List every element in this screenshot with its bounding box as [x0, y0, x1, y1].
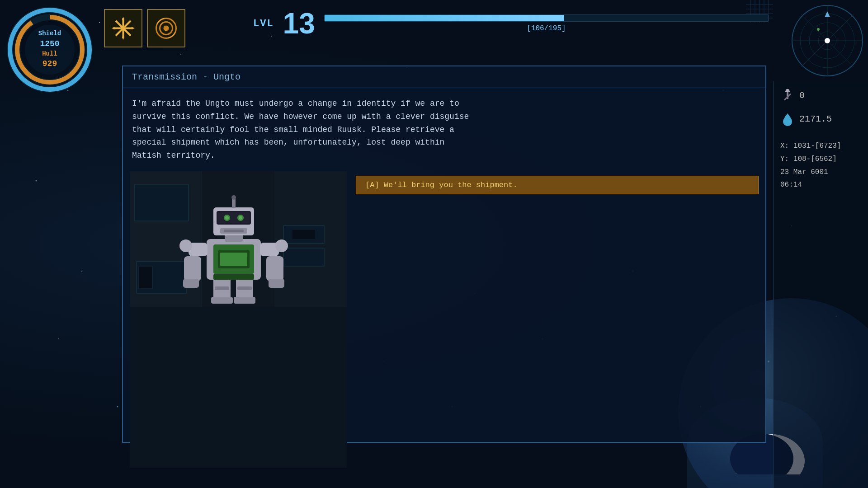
level-area: LVL 13 [106/195] [253, 9, 769, 38]
ability-icon-1[interactable] [104, 9, 142, 47]
svg-rect-88 [220, 253, 247, 266]
svg-point-92 [179, 239, 192, 252]
dialog-header: Transmission - Ungto [123, 66, 765, 88]
xp-bar-container: [106/195] [324, 14, 769, 33]
ore-value: 0 [799, 90, 805, 101]
ability-icon-2[interactable] [147, 9, 185, 47]
svg-rect-84 [234, 297, 255, 304]
ability-icons [104, 9, 185, 47]
svg-point-44 [164, 26, 169, 31]
date-display: 23 Mar 6001 [780, 166, 861, 179]
svg-point-107 [231, 195, 236, 200]
coord-x: X: 1031-[6723] [780, 140, 861, 153]
dialog-content-area: [A] We'll bring you the shipment. [123, 171, 765, 474]
svg-rect-75 [139, 266, 152, 289]
svg-rect-97 [269, 279, 284, 288]
radar-svg [791, 5, 863, 77]
svg-point-37 [121, 26, 126, 31]
svg-point-55 [817, 28, 820, 31]
target-icon [154, 16, 179, 41]
robot-scene [130, 171, 347, 468]
ore-icon [780, 88, 795, 103]
svg-rect-109 [224, 230, 244, 232]
coord-y: Y: 108-[6562] [780, 153, 861, 166]
shield-value: 1250 [38, 38, 61, 50]
svg-rect-93 [183, 279, 199, 288]
health-gauge: Shield 1250 Hull 929 [5, 5, 95, 95]
svg-marker-67 [785, 89, 790, 92]
dialog-text: I'm afraid the Ungto must undergo a chan… [123, 88, 485, 171]
dialog-box: Transmission - Ungto I'm afraid the Ungt… [122, 66, 766, 443]
fluid-icon [780, 112, 795, 126]
level-value: 13 [283, 9, 315, 38]
svg-point-96 [275, 239, 288, 252]
response-options: [A] We'll bring you the shipment. [356, 171, 759, 468]
hull-label: Hull [38, 50, 61, 59]
robot-svg [130, 171, 347, 307]
right-panel: 0 2171.5 X: 1031-[6723] Y: 108-[6562] 23… [773, 81, 868, 488]
svg-point-105 [239, 216, 242, 220]
health-text: Shield 1250 Hull 929 [38, 29, 61, 70]
xp-text: [106/195] [324, 24, 769, 33]
snowflake-icon [111, 16, 136, 41]
svg-rect-106 [232, 198, 236, 208]
svg-rect-89 [213, 274, 254, 280]
svg-rect-81 [215, 286, 229, 290]
svg-rect-83 [211, 297, 233, 304]
svg-rect-78 [283, 248, 324, 266]
fluid-value: 2171.5 [799, 114, 832, 124]
level-label: LVL [253, 18, 274, 29]
xp-bar-inner [325, 15, 564, 21]
svg-point-54 [825, 38, 830, 43]
radar [791, 5, 863, 77]
svg-rect-91 [184, 256, 201, 281]
time-display: 06:14 [780, 178, 861, 192]
svg-rect-73 [134, 185, 189, 221]
ore-resource-row: 0 [780, 88, 861, 103]
svg-rect-95 [266, 256, 283, 281]
shield-label: Shield [38, 29, 61, 38]
svg-rect-101 [218, 212, 250, 223]
response-button-a[interactable]: [A] We'll bring you the shipment. [356, 176, 759, 194]
hull-value: 929 [38, 59, 61, 70]
xp-bar-outer [324, 14, 769, 22]
coordinates-block: X: 1031-[6723] Y: 108-[6562] 23 Mar 6001… [780, 140, 861, 192]
svg-point-103 [225, 216, 229, 220]
fluid-resource-row: 2171.5 [780, 112, 861, 126]
svg-rect-82 [237, 286, 252, 290]
svg-rect-77 [292, 230, 315, 239]
